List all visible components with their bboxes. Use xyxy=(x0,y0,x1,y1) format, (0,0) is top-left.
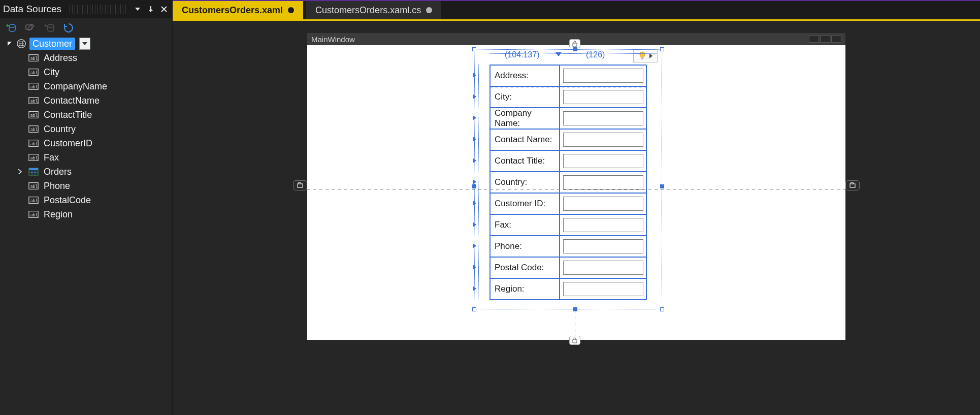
resize-handle[interactable] xyxy=(660,47,664,51)
form-textbox[interactable] xyxy=(563,218,643,232)
form-textbox[interactable] xyxy=(563,282,643,296)
margin-lock-right-icon[interactable] xyxy=(845,180,860,190)
datagrid-icon xyxy=(16,39,26,48)
tree-node-field[interactable]: abl Phone xyxy=(28,179,172,193)
design-canvas[interactable]: (104.137) (126) xyxy=(307,45,845,340)
panel-toolbar: + + xyxy=(0,18,172,35)
row-marker-icon[interactable] xyxy=(473,137,476,142)
margin-lock-left-icon[interactable] xyxy=(293,180,307,190)
expander-icon[interactable] xyxy=(16,168,23,175)
row-marker-icon[interactable] xyxy=(473,201,476,206)
tree-node-field[interactable]: abl PostalCode xyxy=(28,193,172,207)
control-type-dropdown[interactable] xyxy=(79,38,90,50)
form-textbox[interactable] xyxy=(563,69,643,83)
tree-label-customer[interactable]: Customer xyxy=(29,38,75,50)
svg-text:abl: abl xyxy=(30,99,38,104)
refresh-icon[interactable] xyxy=(63,22,74,34)
form-textbox[interactable] xyxy=(563,133,643,147)
form-textbox[interactable] xyxy=(563,90,643,104)
column-width-1: (104.137) xyxy=(505,50,540,59)
form-grid[interactable]: Address:City:Company Name:Contact Name:C… xyxy=(489,65,646,300)
tab-inactive[interactable]: CustomersOrders.xaml.cs xyxy=(306,1,441,19)
text-field-icon: abl xyxy=(28,82,39,91)
margin-lock-bottom-icon[interactable] xyxy=(569,336,580,345)
row-marker-icon[interactable] xyxy=(473,158,476,163)
data-source-tree: Customer abl Address abl City xyxy=(0,35,172,221)
svg-rect-23 xyxy=(29,168,38,170)
svg-text:abl: abl xyxy=(30,198,38,203)
resize-handle[interactable] xyxy=(573,307,577,311)
tree-label: City xyxy=(44,67,59,78)
tree-node-field[interactable]: abl ContactName xyxy=(28,93,172,108)
resize-handle[interactable] xyxy=(472,184,476,188)
tree-label: Orders xyxy=(44,167,72,177)
row-marker-icon[interactable] xyxy=(473,243,476,248)
data-sources-panel: Data Sources + xyxy=(0,0,173,415)
tree-label: Country xyxy=(44,124,76,135)
text-field-icon: abl xyxy=(28,124,39,134)
tree-node-field[interactable]: Orders xyxy=(28,165,172,179)
tree-node-field[interactable]: abl Address xyxy=(28,51,172,65)
svg-rect-31 xyxy=(573,340,577,343)
form-input-cell xyxy=(560,86,647,108)
form-textbox[interactable] xyxy=(563,111,643,125)
panel-grip[interactable] xyxy=(69,5,126,14)
form-label: Postal Code: xyxy=(490,257,560,278)
row-marker-icon[interactable] xyxy=(473,222,476,227)
quick-actions-button[interactable] xyxy=(633,49,658,62)
row-marker-icon[interactable] xyxy=(473,94,476,99)
svg-rect-30 xyxy=(573,43,577,46)
text-field-icon: abl xyxy=(28,210,39,219)
tree-node-field[interactable]: abl ContactTitle xyxy=(28,108,172,122)
close-icon[interactable] xyxy=(159,5,169,14)
tree-node-customer[interactable]: Customer xyxy=(6,37,172,51)
tree-node-field[interactable]: abl Fax xyxy=(28,150,172,165)
designer-surface[interactable]: MainWindow xyxy=(173,21,980,415)
text-field-icon: abl xyxy=(28,96,39,105)
row-marker-icon[interactable] xyxy=(473,179,476,184)
tree-node-field[interactable]: abl Country xyxy=(28,122,172,136)
editor-area: CustomersOrders.xaml CustomersOrders.xam… xyxy=(173,0,980,415)
column-splitter-icon[interactable] xyxy=(556,52,562,56)
row-divider xyxy=(490,86,647,87)
form-input-cell xyxy=(560,65,647,86)
svg-text:abl: abl xyxy=(30,84,38,89)
row-marker-icon[interactable] xyxy=(473,286,476,291)
tree-label: ContactTitle xyxy=(44,110,92,120)
resize-handle[interactable] xyxy=(472,47,476,51)
selection-frame[interactable]: (104.137) (126) xyxy=(489,65,657,304)
form-textbox[interactable] xyxy=(563,239,643,253)
form-textbox[interactable] xyxy=(563,197,643,211)
edit-data-source-icon[interactable] xyxy=(24,22,36,34)
tree-node-field[interactable]: abl City xyxy=(28,65,172,79)
row-marker-icon[interactable] xyxy=(473,73,476,78)
panel-dropdown-icon[interactable] xyxy=(133,5,142,14)
resize-handle[interactable] xyxy=(472,307,476,311)
row-marker-icon[interactable] xyxy=(473,115,476,120)
resize-handle[interactable] xyxy=(660,307,664,311)
panel-header: Data Sources xyxy=(0,0,172,18)
tree-node-field[interactable]: abl CustomerID xyxy=(28,136,172,150)
form-textbox[interactable] xyxy=(563,261,643,275)
add-data-source-icon[interactable]: + xyxy=(5,22,16,34)
svg-text:abl: abl xyxy=(30,127,38,132)
form-textbox[interactable] xyxy=(563,175,643,189)
pin-icon[interactable] xyxy=(146,5,155,14)
svg-text:abl: abl xyxy=(30,70,38,75)
panel-title: Data Sources xyxy=(3,4,61,15)
add-source-with-wizard-icon[interactable]: + xyxy=(44,22,55,34)
tree-label: Region xyxy=(44,209,73,220)
resize-handle[interactable] xyxy=(573,47,577,51)
expander-icon[interactable] xyxy=(6,40,13,47)
column-width-2: (126) xyxy=(586,50,605,59)
form-label: Customer ID: xyxy=(490,193,560,214)
resize-handle[interactable] xyxy=(660,184,664,188)
tree-node-field[interactable]: abl Region xyxy=(28,207,172,221)
tree-node-field[interactable]: abl CompanyName xyxy=(28,79,172,93)
svg-text:abl: abl xyxy=(30,113,38,118)
form-textbox[interactable] xyxy=(563,154,643,168)
row-marker-icon[interactable] xyxy=(473,265,476,270)
tab-active[interactable]: CustomersOrders.xaml xyxy=(173,1,303,19)
form-input-cell xyxy=(560,214,647,236)
text-field-icon: abl xyxy=(28,139,39,148)
